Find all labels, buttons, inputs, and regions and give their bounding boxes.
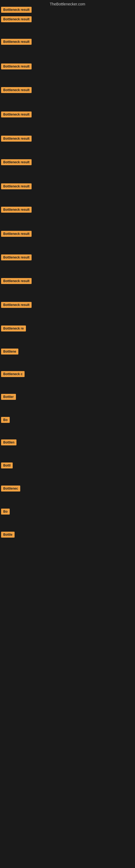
bottleneck-badge-3[interactable]: Bottleneck result	[1, 39, 32, 45]
bottleneck-result-item-15: Bottleneck re	[1, 326, 26, 333]
bottleneck-badge-14[interactable]: Bottleneck result	[1, 302, 32, 308]
bottleneck-result-item-8: Bottleneck result	[1, 159, 32, 166]
bottleneck-result-item-4: Bottleneck result	[1, 63, 32, 70]
bottleneck-result-item-10: Bottleneck result	[1, 207, 32, 214]
bottleneck-result-item-6: Bottleneck result	[1, 112, 32, 119]
bottleneck-result-item-16: Bottlene	[1, 348, 18, 355]
bottleneck-result-item-11: Bottleneck result	[1, 231, 32, 238]
bottleneck-result-item-22: Bottlenec	[1, 486, 20, 493]
bottleneck-result-item-20: Bottlen	[1, 439, 16, 446]
bottleneck-badge-23[interactable]: Bo	[1, 508, 10, 515]
bottleneck-badge-9[interactable]: Bottleneck result	[1, 183, 32, 189]
bottleneck-badge-2[interactable]: Bottleneck result	[1, 16, 32, 22]
bottleneck-result-item-2: Bottleneck result	[1, 16, 32, 23]
bottleneck-badge-18[interactable]: Bottler	[1, 394, 16, 400]
bottleneck-result-item-23: Bo	[1, 508, 10, 516]
bottleneck-badge-15[interactable]: Bottleneck re	[1, 326, 26, 332]
bottleneck-badge-16[interactable]: Bottlene	[1, 348, 18, 354]
bottleneck-badge-4[interactable]: Bottleneck result	[1, 63, 32, 69]
bottleneck-badge-12[interactable]: Bottleneck result	[1, 254, 32, 260]
results-container: Bottleneck resultBottleneck resultBottle…	[0, 0, 135, 868]
bottleneck-badge-5[interactable]: Bottleneck result	[1, 87, 32, 93]
bottleneck-result-item-19: Bo	[1, 417, 10, 424]
bottleneck-result-item-3: Bottleneck result	[1, 39, 32, 46]
bottleneck-result-item-24: Bottle	[1, 532, 14, 539]
bottleneck-result-item-13: Bottleneck result	[1, 278, 32, 285]
bottleneck-badge-22[interactable]: Bottlenec	[1, 486, 20, 492]
bottleneck-badge-7[interactable]: Bottleneck result	[1, 135, 32, 142]
bottleneck-badge-17[interactable]: Bottleneck c	[1, 371, 25, 377]
bottleneck-result-item-17: Bottleneck c	[1, 371, 25, 378]
bottleneck-result-item-12: Bottleneck result	[1, 254, 32, 261]
bottleneck-badge-1[interactable]: Bottleneck result	[1, 7, 32, 13]
bottleneck-result-item-21: Bottl	[1, 463, 13, 469]
bottleneck-result-item-14: Bottleneck result	[1, 302, 32, 309]
bottleneck-badge-10[interactable]: Bottleneck result	[1, 207, 32, 213]
bottleneck-result-item-5: Bottleneck result	[1, 87, 32, 94]
bottleneck-result-item-1: Bottleneck result	[1, 7, 32, 14]
bottleneck-badge-19[interactable]: Bo	[1, 417, 10, 423]
bottleneck-badge-24[interactable]: Bottle	[1, 532, 14, 538]
bottleneck-result-item-18: Bottler	[1, 394, 16, 401]
bottleneck-badge-13[interactable]: Bottleneck result	[1, 278, 32, 284]
bottleneck-badge-21[interactable]: Bottl	[1, 463, 13, 468]
bottleneck-badge-6[interactable]: Bottleneck result	[1, 112, 32, 118]
bottleneck-badge-8[interactable]: Bottleneck result	[1, 159, 32, 165]
bottleneck-badge-11[interactable]: Bottleneck result	[1, 231, 32, 237]
bottleneck-badge-20[interactable]: Bottlen	[1, 439, 16, 445]
bottleneck-result-item-9: Bottleneck result	[1, 183, 32, 190]
bottleneck-result-item-7: Bottleneck result	[1, 135, 32, 143]
